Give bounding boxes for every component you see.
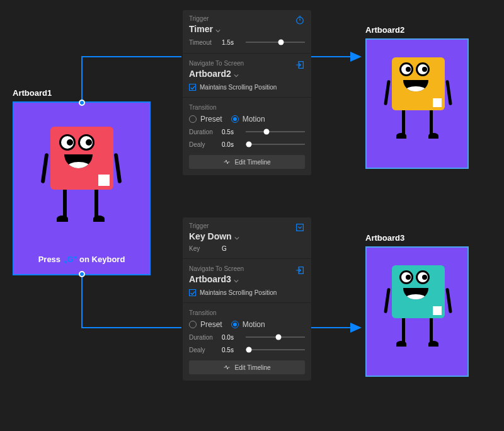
duration-slider[interactable]	[246, 333, 305, 342]
radio-motion[interactable]: Motion	[231, 115, 265, 124]
interaction-panel-timer: Trigger Timer Timeout 1.5s Navigate To S…	[183, 10, 311, 175]
timer-icon	[295, 15, 305, 25]
artboard1-label: Artboard1	[13, 88, 151, 98]
leg-left	[63, 190, 67, 219]
trigger-dropdown[interactable]: Key Down	[189, 231, 239, 241]
delay-value: 0.0s	[222, 141, 246, 148]
navigate-enter-icon	[295, 265, 305, 275]
duration-value: 0.0s	[222, 334, 246, 341]
navigate-dropdown[interactable]: Artboard3	[189, 274, 244, 284]
trigger-section-label: Trigger	[189, 15, 220, 22]
navigate-section-label: Navigate To Screen	[189, 60, 244, 67]
artboard2[interactable]	[365, 38, 469, 169]
duration-value: 0.5s	[222, 129, 246, 135]
delay-label: Dealy	[189, 347, 222, 353]
chevron-down-icon	[234, 277, 239, 282]
maintain-scroll-checkbox[interactable]: Maintains Scrolling Position	[189, 289, 305, 296]
trigger-section-label: Trigger	[189, 222, 239, 229]
trigger-dropdown[interactable]: Timer	[189, 24, 220, 34]
checkbox-icon	[189, 289, 196, 296]
eye-right	[78, 134, 94, 151]
radio-preset[interactable]: Preset	[189, 320, 222, 329]
character-body-yellow	[392, 57, 445, 110]
edit-timeline-button[interactable]: Edit Timeline	[189, 155, 305, 169]
navigate-section-label: Navigate To Screen	[189, 265, 244, 272]
radio-motion[interactable]: Motion	[231, 320, 265, 329]
artboard2-container: Artboard2	[365, 25, 469, 169]
transition-section-label: Transition	[189, 104, 305, 111]
interaction-panel-keydown: Trigger Key Down Key G Navigate To Scree…	[183, 217, 311, 381]
maintain-scroll-checkbox[interactable]: Maintains Scrolling Position	[189, 84, 305, 91]
svg-point-0	[297, 17, 304, 24]
transition-radio-group: Preset Motion	[189, 320, 305, 329]
character-body-teal	[392, 265, 445, 318]
artboard3-container: Artboard3	[365, 233, 469, 377]
radio-preset[interactable]: Preset	[189, 115, 222, 124]
transition-section-label: Transition	[189, 309, 305, 316]
chevron-down-icon	[234, 71, 239, 76]
timeout-value: 1.5s	[222, 39, 246, 46]
timeline-icon	[223, 364, 231, 371]
duration-label: Duration	[189, 334, 222, 341]
mouth	[64, 154, 93, 168]
artboard1-container: Artboard1 Press G on Keybord	[13, 88, 151, 275]
transition-radio-group: Preset Motion	[189, 115, 305, 124]
artboard1[interactable]: Press G on Keybord	[13, 101, 151, 275]
timeout-label: Timeout	[189, 39, 222, 46]
foot-left	[57, 216, 68, 222]
artboard3-label: Artboard3	[365, 233, 469, 243]
key-value[interactable]: G	[222, 245, 246, 252]
arm-right	[114, 153, 122, 183]
key-label: Key	[189, 245, 222, 252]
edit-timeline-button[interactable]: Edit Timeline	[189, 360, 305, 374]
timeout-slider[interactable]	[246, 38, 305, 47]
artboard1-caption: Press G on Keybord	[14, 255, 149, 264]
artboard3[interactable]	[365, 246, 469, 377]
delay-label: Dealy	[189, 141, 222, 148]
svg-rect-2	[297, 224, 304, 231]
duration-label: Duration	[189, 129, 222, 135]
connection-node-bottom[interactable]	[79, 271, 85, 277]
checkbox-icon	[189, 84, 196, 91]
eye-left	[59, 134, 76, 151]
timeline-icon	[223, 158, 231, 166]
corner-marker	[98, 175, 110, 186]
delay-slider[interactable]	[246, 345, 305, 354]
arm-left	[41, 153, 49, 183]
keyboard-icon	[295, 222, 305, 233]
navigate-enter-icon	[295, 60, 305, 70]
connection-node-top[interactable]	[79, 100, 85, 106]
delay-slider[interactable]	[246, 140, 305, 149]
chevron-down-icon	[234, 234, 239, 239]
delay-value: 0.5s	[222, 347, 246, 353]
navigate-dropdown[interactable]: Artboard2	[189, 69, 244, 79]
leg-right	[94, 190, 98, 219]
chevron-down-icon	[215, 26, 220, 32]
artboard2-label: Artboard2	[365, 25, 469, 35]
duration-slider[interactable]	[246, 127, 305, 136]
foot-right	[93, 216, 105, 222]
character-body-red	[50, 127, 113, 190]
